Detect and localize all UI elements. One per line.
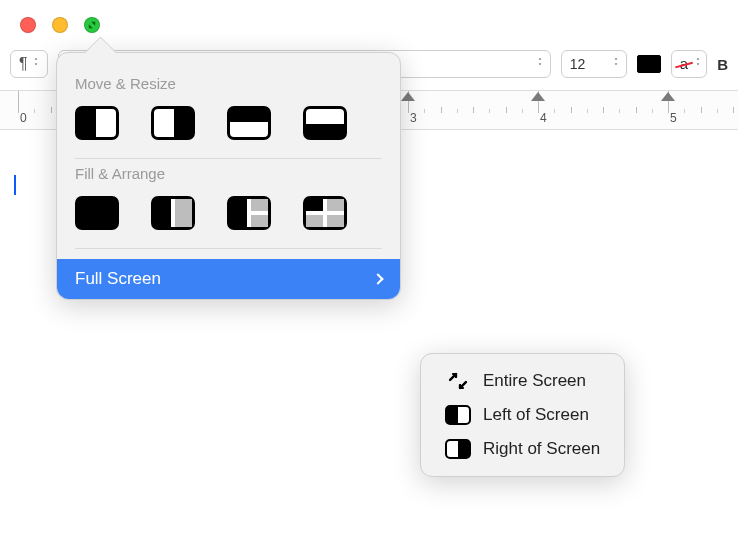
tab-stop-marker[interactable] bbox=[401, 92, 415, 101]
updown-icon: ˄˅ bbox=[614, 59, 618, 69]
updown-icon: ˄˅ bbox=[34, 59, 38, 69]
full-screen-label: Full Screen bbox=[75, 269, 161, 289]
entire-screen-icon bbox=[445, 371, 471, 391]
text-color-swatch[interactable] bbox=[637, 55, 661, 73]
tab-stop-marker[interactable] bbox=[661, 92, 675, 101]
tile-right-half[interactable] bbox=[151, 106, 195, 140]
fill-screen[interactable] bbox=[75, 196, 119, 230]
font-size-value: 12 bbox=[570, 56, 608, 72]
ruler-label: 3 bbox=[410, 111, 417, 125]
ruler-label: 5 bbox=[670, 111, 677, 125]
paragraph-style-button[interactable]: ¶ ˄˅ bbox=[10, 50, 48, 78]
updown-icon: ˄˅ bbox=[696, 59, 700, 69]
ruler-label: 4 bbox=[540, 111, 547, 125]
right-of-screen-icon bbox=[445, 439, 471, 459]
arrange-quarters[interactable] bbox=[303, 196, 347, 230]
chevron-right-icon bbox=[372, 273, 383, 284]
window-minimize-button[interactable] bbox=[52, 17, 68, 33]
tab-stop-marker[interactable] bbox=[531, 92, 545, 101]
submenu-label: Right of Screen bbox=[483, 439, 600, 459]
pilcrow-icon: ¶ bbox=[19, 55, 28, 73]
tile-left-half[interactable] bbox=[75, 106, 119, 140]
arrange-left-large[interactable] bbox=[227, 196, 271, 230]
submenu-left-of-screen[interactable]: Left of Screen bbox=[433, 398, 612, 432]
tile-top-half[interactable] bbox=[227, 106, 271, 140]
strike-icon: a bbox=[678, 55, 690, 73]
window-zoom-button[interactable] bbox=[84, 17, 100, 33]
text-caret bbox=[14, 175, 16, 195]
submenu-label: Entire Screen bbox=[483, 371, 586, 391]
ruler-label: 0 bbox=[20, 111, 27, 125]
full-screen-menu-item[interactable]: Full Screen bbox=[57, 259, 400, 299]
left-of-screen-icon bbox=[445, 405, 471, 425]
window-close-button[interactable] bbox=[20, 17, 36, 33]
updown-icon: ˄˅ bbox=[538, 59, 542, 69]
full-screen-submenu: Entire Screen Left of Screen Right of Sc… bbox=[420, 353, 625, 477]
bold-button[interactable]: B bbox=[717, 56, 728, 73]
tile-bottom-half[interactable] bbox=[303, 106, 347, 140]
font-size-select[interactable]: 12 ˄˅ bbox=[561, 50, 627, 78]
divider bbox=[75, 248, 382, 249]
section-title-fill-arrange: Fill & Arrange bbox=[75, 165, 384, 182]
submenu-right-of-screen[interactable]: Right of Screen bbox=[433, 432, 612, 466]
section-title-move-resize: Move & Resize bbox=[75, 75, 384, 92]
submenu-entire-screen[interactable]: Entire Screen bbox=[433, 364, 612, 398]
window-tiling-popover: Move & Resize Fill & Arrange Full Screen bbox=[56, 52, 401, 300]
submenu-label: Left of Screen bbox=[483, 405, 589, 425]
divider bbox=[75, 158, 382, 159]
arrange-left-right[interactable] bbox=[151, 196, 195, 230]
strikethrough-style-button[interactable]: a ˄˅ bbox=[671, 50, 707, 78]
